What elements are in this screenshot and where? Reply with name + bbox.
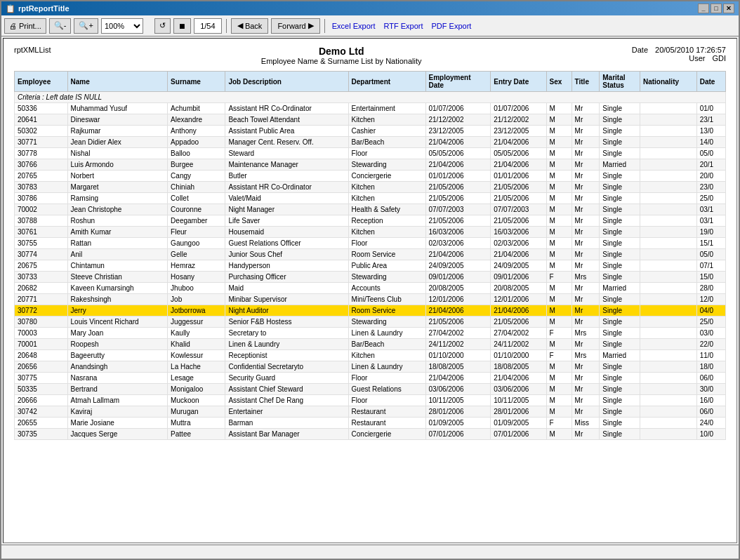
forward-button[interactable]: Forward ▶ xyxy=(271,18,319,34)
minimize-button[interactable]: _ xyxy=(698,4,709,13)
table-cell: Restaurant xyxy=(348,406,425,418)
close-button[interactable]: ✕ xyxy=(723,4,734,13)
table-cell: Senior F&B Hostess xyxy=(225,316,348,328)
table-cell xyxy=(640,406,696,418)
table-cell: Floor xyxy=(348,373,425,384)
table-cell xyxy=(640,283,696,294)
toolbar: 🖨 Print... 🔍- 🔍+ 100% 75% 125% 150% ↺ ⏹ … xyxy=(1,15,739,36)
table-row: 30783MargaretChiniahAssistant HR Co-Ordi… xyxy=(15,182,726,193)
table-cell: Single xyxy=(600,204,640,215)
table-cell: 20641 xyxy=(15,114,68,126)
table-cell: Nishal xyxy=(67,148,168,159)
table-cell: Single xyxy=(600,305,640,316)
table-cell: Single xyxy=(600,148,640,159)
table-cell: M xyxy=(546,159,571,171)
refresh-button[interactable]: ↺ xyxy=(154,18,171,34)
table-cell: 21/04/2006 xyxy=(491,249,546,260)
table-cell: Kaully xyxy=(168,328,225,339)
col-department: Department xyxy=(348,72,425,92)
table-cell: Balloo xyxy=(168,148,225,159)
table-row: 30761Amith KumarFleurHousemaidKitchen16/… xyxy=(15,227,726,238)
pdf-export-button[interactable]: PDF Export xyxy=(429,20,475,32)
table-cell: Mr xyxy=(571,406,600,418)
table-cell: 07/07/2003 xyxy=(425,204,491,215)
back-button[interactable]: ◀ Back xyxy=(231,18,268,34)
table-cell: 30774 xyxy=(15,249,68,260)
table-cell: 20/1 xyxy=(696,159,725,171)
table-cell: Mr xyxy=(571,249,600,260)
criteria-row: Criteria : Left date IS NULL xyxy=(15,92,726,103)
table-cell: 12/01/2006 xyxy=(425,294,491,305)
table-cell: M xyxy=(546,227,571,238)
table-cell: Single xyxy=(600,126,640,137)
separator-2 xyxy=(226,19,227,33)
print-button[interactable]: 🖨 Print... xyxy=(4,18,46,34)
table-cell: Kaviraj xyxy=(67,406,168,418)
report-content-area[interactable]: rptXMLList Demo Ltd Employee Name & Surn… xyxy=(3,38,737,543)
zoom-select[interactable]: 100% 75% 125% 150% xyxy=(101,18,143,34)
table-cell xyxy=(640,215,696,227)
col-title: Title xyxy=(571,72,600,92)
table-cell: 25/0 xyxy=(696,193,725,204)
table-cell: M xyxy=(546,305,571,316)
table-cell: M xyxy=(546,171,571,182)
table-cell: 10/11/2005 xyxy=(425,395,491,406)
table-cell: Mr xyxy=(571,227,600,238)
table-cell: Steeve Christian xyxy=(67,272,168,283)
table-cell: 30786 xyxy=(15,193,68,204)
table-cell: M xyxy=(546,126,571,137)
table-cell: 01/01/2006 xyxy=(425,171,491,182)
excel-export-button[interactable]: Excel Export xyxy=(329,20,378,32)
table-cell: Miss xyxy=(571,418,600,429)
rtf-export-button[interactable]: RTF Export xyxy=(381,20,425,32)
table-cell: Hemraz xyxy=(168,260,225,272)
table-cell: 15/1 xyxy=(696,238,725,249)
table-cell: Mr xyxy=(571,103,600,114)
table-cell: Roopesh xyxy=(67,339,168,350)
table-cell: Bar/Beach xyxy=(348,339,425,350)
stop-button[interactable]: ⏹ xyxy=(173,18,191,34)
table-cell xyxy=(640,272,696,283)
table-cell: Muhammad Yusuf xyxy=(67,103,168,114)
table-cell: Single xyxy=(600,137,640,148)
back-arrow-icon: ◀ xyxy=(237,21,243,30)
table-cell: Minibar Supervisor xyxy=(225,294,348,305)
date-value: 20/05/2010 17:26:57 xyxy=(655,46,726,54)
table-cell: 23/12/2005 xyxy=(425,126,491,137)
table-cell: Assistant Chief Steward xyxy=(225,384,348,395)
table-cell: Linen & Laundry xyxy=(225,339,348,350)
date-label: Date xyxy=(632,46,648,54)
app-icon: 📋 xyxy=(6,4,15,13)
table-cell: Fleur xyxy=(168,227,225,238)
table-cell: Mr xyxy=(571,114,600,126)
maximize-button[interactable]: □ xyxy=(711,4,722,13)
table-cell: Maid xyxy=(225,283,348,294)
table-cell: Single xyxy=(600,238,640,249)
table-cell: 16/03/2006 xyxy=(425,227,491,238)
table-cell: Single xyxy=(600,395,640,406)
table-cell: Barman xyxy=(225,418,348,429)
table-cell: 09/01/2006 xyxy=(491,272,546,283)
zoom-in-button[interactable]: 🔍+ xyxy=(74,18,98,34)
page-input[interactable] xyxy=(194,18,222,34)
table-cell: Mr xyxy=(571,159,600,171)
table-cell: Muckoon xyxy=(168,395,225,406)
table-row: 30778NishalBallooStewardFloor05/05/20060… xyxy=(15,148,726,159)
table-cell: Night Manager xyxy=(225,204,348,215)
table-cell: M xyxy=(546,114,571,126)
col-entrydate: Entry Date xyxy=(491,72,546,92)
table-cell: La Hache xyxy=(168,361,225,373)
table-cell: Single xyxy=(600,171,640,182)
report-date-section: Date 20/05/2010 17:26:57 User GDI xyxy=(632,46,726,62)
table-cell: 11/0 xyxy=(696,350,725,361)
table-cell: 20771 xyxy=(15,294,68,305)
table-row: 50302RajkumarAnthonyAssistant Public Are… xyxy=(15,126,726,137)
table-cell: 30766 xyxy=(15,159,68,171)
table-row: 70002Jean ChristopheCouronneNight Manage… xyxy=(15,204,726,215)
table-cell: 05/05/2006 xyxy=(491,148,546,159)
table-cell: Mr xyxy=(571,395,600,406)
table-cell: Deegamber xyxy=(168,215,225,227)
zoom-out-button[interactable]: 🔍- xyxy=(49,18,72,34)
table-cell: Louis Vincent Richard xyxy=(67,316,168,328)
table-cell: Achumbit xyxy=(168,103,225,114)
